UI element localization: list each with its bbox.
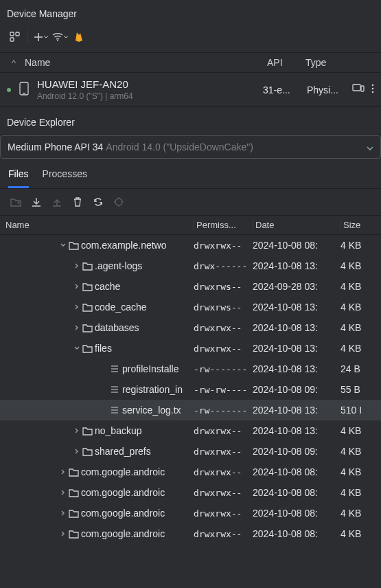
twisty-icon[interactable] — [58, 242, 69, 249]
more-icon[interactable] — [371, 84, 374, 95]
twisty-icon[interactable] — [58, 530, 69, 538]
svg-rect-0 — [10, 32, 14, 36]
svg-point-8 — [372, 84, 374, 87]
twisty-icon[interactable] — [58, 468, 69, 476]
column-api[interactable]: API — [267, 57, 305, 68]
upload-icon[interactable] — [51, 196, 63, 208]
add-icon[interactable] — [32, 29, 49, 45]
device-row[interactable]: HUAWEI JEF-AN20 Android 12.0 ("S") | arm… — [0, 73, 381, 107]
file-date: 2024-10-08 13: — [250, 302, 338, 313]
twisty-icon[interactable] — [71, 283, 82, 291]
file-name: no_backup — [95, 425, 142, 436]
file-permissions: drwx------ — [191, 261, 250, 271]
chevron-down-icon — [367, 142, 373, 152]
sort-indicator-icon[interactable]: ^ — [7, 58, 21, 68]
separator — [27, 30, 28, 44]
file-permissions: -rw-rw---- — [191, 385, 250, 395]
folder-icon — [69, 488, 81, 497]
twisty-icon[interactable] — [71, 304, 82, 311]
file-row[interactable]: profileInstalle-rw-------2024-10-08 13:2… — [0, 359, 381, 379]
svg-rect-6 — [353, 84, 360, 91]
col-name[interactable]: Name — [3, 220, 194, 230]
wifi-icon[interactable] — [51, 29, 68, 45]
twisty-icon[interactable] — [58, 489, 69, 497]
tab-processes[interactable]: Processes — [43, 168, 87, 188]
svg-point-10 — [372, 91, 374, 93]
file-row[interactable]: shared_prefsdrwxrwx--2024-10-08 09:4 KB — [0, 441, 381, 462]
file-row[interactable]: com.example.netwodrwxrwx--2024-10-08 08:… — [0, 235, 381, 256]
file-permissions: drwxrwx-- — [191, 508, 250, 519]
col-date[interactable]: Date — [253, 220, 340, 230]
target-icon[interactable] — [113, 196, 125, 208]
folder-icon — [82, 262, 95, 271]
col-permissions[interactable]: Permiss... — [194, 220, 253, 230]
phone-icon — [19, 82, 32, 98]
file-permissions: drwxrws-- — [191, 282, 250, 292]
file-row[interactable]: .agent-logsdrwx------2024-10-08 13:4 KB — [0, 256, 381, 276]
mirror-icon[interactable] — [352, 84, 365, 95]
file-row[interactable]: registration_in-rw-rw----2024-10-08 09:5… — [0, 379, 381, 400]
explorer-tabs: Files Processes — [0, 159, 381, 189]
file-name: com.example.netwo — [81, 240, 167, 251]
svg-rect-1 — [16, 32, 19, 36]
file-row[interactable]: filesdrwxrwx--2024-10-08 13:4 KB — [0, 338, 381, 359]
file-size: 4 KB — [338, 446, 372, 457]
file-size: 4 KB — [338, 425, 372, 436]
file-row[interactable]: com.google.androicdrwxrwx--2024-10-08 08… — [0, 482, 381, 503]
delete-icon[interactable] — [71, 196, 84, 208]
file-row[interactable]: com.google.androicdrwxrwx--2024-10-08 08… — [0, 523, 381, 544]
file-name: files — [95, 343, 112, 354]
file-permissions: -rw------- — [191, 405, 250, 416]
file-row[interactable]: no_backupdrwxrwx--2024-10-08 13:4 KB — [0, 420, 381, 441]
file-size: 24 B — [338, 363, 372, 374]
file-size: 510 I — [338, 405, 372, 416]
file-name: shared_prefs — [95, 446, 151, 457]
file-name: .agent-logs — [95, 260, 142, 271]
file-date: 2024-10-08 08: — [250, 240, 338, 251]
svg-rect-2 — [10, 38, 14, 41]
folder-icon — [82, 324, 95, 332]
col-size[interactable]: Size — [340, 220, 375, 230]
file-date: 2024-10-08 09: — [250, 384, 338, 395]
file-row[interactable]: cachedrwxrws--2024-09-28 03:4 KB — [0, 276, 381, 297]
file-size: 4 KB — [338, 302, 372, 313]
new-folder-icon[interactable] — [10, 196, 22, 208]
apps-icon[interactable] — [7, 29, 23, 45]
file-permissions: drwxrwx-- — [191, 446, 250, 457]
file-date: 2024-09-28 03: — [250, 281, 338, 292]
file-name: com.google.androic — [81, 487, 165, 498]
folder-icon — [69, 509, 81, 518]
file-row[interactable]: com.google.androicdrwxrwx--2024-10-08 08… — [0, 462, 381, 482]
file-tree[interactable]: com.example.netwodrwxrwx--2024-10-08 08:… — [0, 235, 381, 544]
twisty-icon[interactable] — [71, 345, 82, 352]
firebase-icon[interactable] — [71, 29, 87, 45]
file-date: 2024-10-08 13: — [250, 322, 338, 333]
file-size: 4 KB — [338, 260, 372, 271]
twisty-icon[interactable] — [71, 427, 82, 435]
file-permissions: drwxrwx-- — [191, 323, 250, 333]
file-row[interactable]: service_log.tx-rw-------2024-10-08 13:51… — [0, 400, 381, 420]
file-row[interactable]: com.google.androicdrwxrwx--2024-10-08 08… — [0, 503, 381, 523]
file-size: 4 KB — [338, 240, 372, 251]
file-date: 2024-10-08 08: — [250, 466, 338, 477]
file-icon — [110, 385, 122, 394]
file-row[interactable]: code_cachedrwxrws--2024-10-08 13:4 KB — [0, 297, 381, 317]
tab-files[interactable]: Files — [8, 168, 29, 188]
device-api: 31-e... — [263, 84, 301, 95]
twisty-icon[interactable] — [71, 262, 82, 270]
file-permissions: drwxrws-- — [191, 302, 250, 313]
twisty-icon[interactable] — [71, 324, 82, 332]
file-size: 55 B — [338, 384, 372, 395]
file-row[interactable]: databasesdrwxrwx--2024-10-08 13:4 KB — [0, 317, 381, 338]
twisty-icon[interactable] — [58, 510, 69, 517]
file-permissions: drwxrwx-- — [191, 343, 250, 354]
download-icon[interactable] — [30, 196, 43, 208]
folder-icon — [82, 447, 95, 456]
device-selector[interactable]: Medium Phone API 34 Android 14.0 ("Upsid… — [0, 135, 381, 159]
device-manager-title: Device Manager — [0, 0, 381, 26]
file-name: code_cache — [95, 302, 147, 313]
column-name[interactable]: Name — [21, 57, 267, 68]
twisty-icon[interactable] — [71, 448, 82, 455]
sync-icon[interactable] — [92, 196, 104, 208]
column-type[interactable]: Type — [305, 57, 374, 68]
